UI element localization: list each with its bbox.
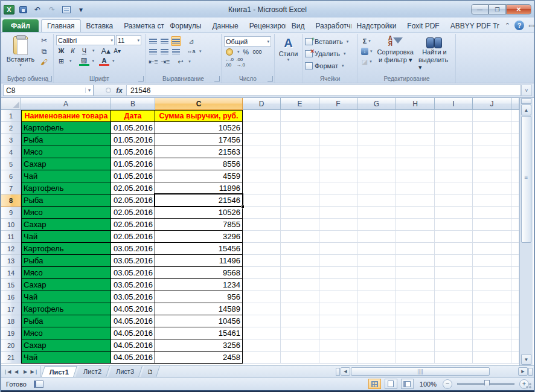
tab-Foxit PDF[interactable]: Foxit PDF bbox=[402, 19, 444, 32]
empty-cell[interactable] bbox=[357, 207, 396, 219]
row-header-8[interactable]: 8 bbox=[1, 194, 21, 207]
empty-cell[interactable] bbox=[243, 170, 281, 182]
font-color-button[interactable]: А bbox=[99, 56, 109, 66]
empty-cell[interactable] bbox=[357, 267, 396, 279]
empty-cell[interactable] bbox=[281, 315, 319, 327]
tab-Формулы[interactable]: Формулы bbox=[164, 19, 207, 32]
empty-cell[interactable] bbox=[473, 122, 511, 134]
empty-cell[interactable] bbox=[396, 279, 435, 291]
row-header-7[interactable]: 7 bbox=[1, 182, 21, 194]
empty-cell[interactable] bbox=[243, 219, 281, 231]
row-header-12[interactable]: 12 bbox=[1, 243, 21, 255]
wrap-dropdown[interactable]: ▾ bbox=[188, 59, 191, 64]
empty-cell[interactable] bbox=[511, 207, 519, 219]
value-cell[interactable]: 3296 bbox=[155, 231, 243, 243]
column-header-E[interactable]: E bbox=[281, 98, 319, 110]
row-header-5[interactable]: 5 bbox=[1, 158, 21, 170]
help-icon[interactable]: ? bbox=[514, 21, 524, 30]
product-cell[interactable]: Чай bbox=[21, 170, 111, 182]
empty-cell[interactable] bbox=[319, 194, 357, 207]
column-header-G[interactable]: G bbox=[357, 98, 396, 110]
v-split-handle[interactable] bbox=[521, 98, 531, 104]
empty-cell[interactable] bbox=[281, 231, 319, 243]
empty-cell[interactable] bbox=[357, 315, 396, 327]
merge-center-dropdown[interactable]: ▾ bbox=[199, 49, 202, 54]
row-header-9[interactable]: 9 bbox=[1, 207, 21, 219]
fill-button[interactable]: ↓▾ bbox=[360, 47, 373, 56]
empty-cell[interactable] bbox=[473, 267, 511, 279]
empty-cell[interactable] bbox=[435, 315, 473, 327]
empty-cell[interactable] bbox=[396, 267, 435, 279]
empty-cell[interactable] bbox=[319, 122, 357, 134]
date-cell[interactable]: 02.05.2016 bbox=[111, 207, 155, 219]
empty-cell[interactable] bbox=[319, 255, 357, 267]
book-minimize-icon[interactable]: ▭ bbox=[528, 22, 534, 30]
increase-indent-button[interactable]: ⇥≡ bbox=[160, 57, 171, 66]
empty-cell[interactable] bbox=[319, 243, 357, 255]
empty-cell[interactable] bbox=[396, 291, 435, 303]
date-cell[interactable]: 04.05.2016 bbox=[111, 352, 155, 364]
empty-cell[interactable] bbox=[357, 303, 396, 315]
value-cell[interactable]: 8556 bbox=[155, 158, 243, 170]
empty-cell[interactable] bbox=[243, 158, 281, 170]
zoom-out-button[interactable]: − bbox=[443, 379, 452, 389]
value-cell[interactable]: 10526 bbox=[155, 122, 243, 134]
empty-cell[interactable] bbox=[473, 303, 511, 315]
empty-cell[interactable] bbox=[511, 122, 519, 134]
find-select-button[interactable]: Найти и выделить ▾ bbox=[416, 36, 453, 74]
empty-cell[interactable] bbox=[435, 231, 473, 243]
empty-cell[interactable] bbox=[281, 194, 319, 207]
zoom-level[interactable]: 100% bbox=[420, 381, 437, 388]
empty-cell[interactable] bbox=[396, 122, 435, 134]
format-painter-button[interactable]: 🖌 bbox=[37, 57, 51, 67]
empty-cell[interactable] bbox=[396, 315, 435, 327]
empty-cell[interactable] bbox=[243, 146, 281, 158]
sheet-tab-Лист2[interactable]: Лист2 bbox=[75, 366, 110, 377]
empty-cell[interactable] bbox=[357, 146, 396, 158]
empty-cell[interactable] bbox=[281, 352, 319, 364]
fill-color-button[interactable]: ▨ bbox=[79, 56, 89, 66]
fill-handle[interactable] bbox=[241, 205, 245, 208]
empty-cell[interactable] bbox=[281, 110, 319, 122]
column-header-J[interactable]: J bbox=[473, 98, 511, 110]
empty-cell[interactable] bbox=[435, 255, 473, 267]
empty-cell[interactable] bbox=[396, 158, 435, 170]
empty-cell[interactable] bbox=[357, 352, 396, 364]
row-header-11[interactable]: 11 bbox=[1, 231, 21, 243]
empty-cell[interactable] bbox=[357, 170, 396, 182]
product-cell[interactable]: Мясо bbox=[21, 146, 111, 158]
orientation-button[interactable]: ⊿ bbox=[186, 36, 196, 46]
product-cell[interactable]: Рыба bbox=[21, 255, 111, 267]
alignment-dialog-launcher[interactable] bbox=[214, 76, 220, 82]
h-split-right[interactable] bbox=[528, 368, 533, 376]
product-cell[interactable]: Чай bbox=[21, 231, 111, 243]
empty-cell[interactable] bbox=[473, 315, 511, 327]
empty-cell[interactable] bbox=[511, 170, 519, 182]
font-name-combo[interactable]: Calibri▾ bbox=[56, 35, 115, 45]
empty-cell[interactable] bbox=[357, 110, 396, 122]
bold-button[interactable]: Ж bbox=[56, 46, 66, 56]
empty-cell[interactable] bbox=[357, 255, 396, 267]
zoom-slider-track[interactable] bbox=[457, 383, 514, 385]
empty-cell[interactable] bbox=[473, 219, 511, 231]
v-scroll-thumb[interactable] bbox=[521, 116, 531, 243]
empty-cell[interactable] bbox=[511, 327, 519, 339]
date-cell[interactable]: 04.05.2016 bbox=[111, 303, 155, 315]
empty-cell[interactable] bbox=[243, 122, 281, 134]
empty-cell[interactable] bbox=[396, 352, 435, 364]
name-box[interactable]: C8 ▾ bbox=[3, 85, 94, 96]
empty-cell[interactable] bbox=[243, 267, 281, 279]
empty-cell[interactable] bbox=[435, 267, 473, 279]
empty-cell[interactable] bbox=[357, 219, 396, 231]
product-cell[interactable]: Картофель bbox=[21, 243, 111, 255]
product-cell[interactable]: Мясо bbox=[21, 207, 111, 219]
empty-cell[interactable] bbox=[281, 134, 319, 146]
empty-cell[interactable] bbox=[319, 207, 357, 219]
grow-font-button[interactable]: А▴ bbox=[101, 46, 111, 56]
value-cell[interactable]: 11896 bbox=[155, 182, 243, 194]
empty-cell[interactable] bbox=[357, 279, 396, 291]
align-right-button[interactable] bbox=[171, 47, 181, 56]
date-cell[interactable]: 02.05.2016 bbox=[111, 182, 155, 194]
minimize-button[interactable]: — bbox=[471, 4, 489, 14]
empty-cell[interactable] bbox=[511, 339, 519, 352]
